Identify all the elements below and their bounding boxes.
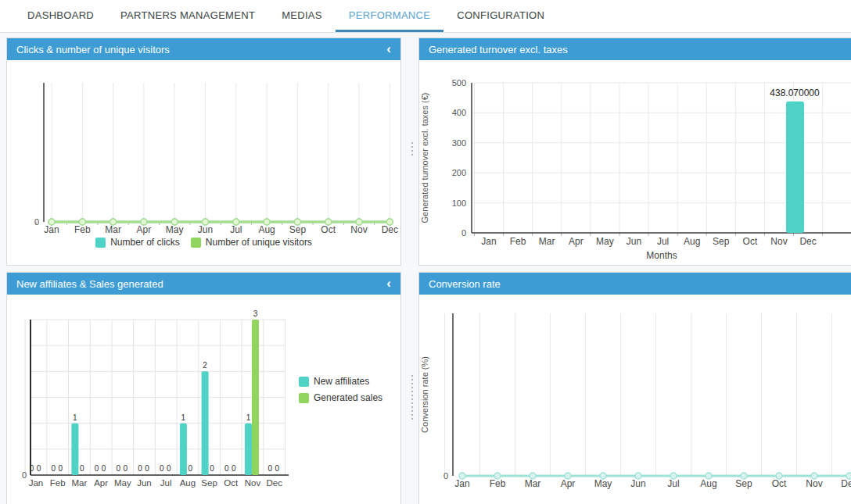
month-label: May xyxy=(114,478,131,488)
bar-value-label: 0 xyxy=(124,464,128,473)
panel-title: Generated turnover excl. taxes xyxy=(429,44,568,55)
x-axis-label: Months xyxy=(646,250,677,261)
bar-value-label: 0 xyxy=(51,464,56,473)
month-label: Jul xyxy=(160,478,172,488)
panel-resize-handle[interactable] xyxy=(410,375,415,420)
tab-performance[interactable]: PERFORMANCE xyxy=(336,0,443,32)
month-label: Jul xyxy=(667,478,679,489)
tab-medias[interactable]: MEDIAS xyxy=(268,0,336,32)
month-label: Nov xyxy=(770,236,787,247)
month-label: Feb xyxy=(510,236,526,247)
panel-clicks-visitors: Clicks & number of unique visitors ‹ 0Ja… xyxy=(6,38,401,266)
y-tick-label: 0 xyxy=(443,471,448,481)
panel-body: 000Jan00Feb10Mar00Apr00May00Jun00Jul10Au… xyxy=(7,295,400,504)
bar-value-label: 1 xyxy=(73,413,77,422)
panel-title: Conversion rate xyxy=(429,278,501,290)
y-tick-label: 500 xyxy=(452,78,466,88)
bar-value-label: 0 xyxy=(117,464,121,473)
month-label: Jan xyxy=(44,224,59,235)
month-label: May xyxy=(596,236,614,247)
month-label: Dec xyxy=(382,224,398,235)
month-label: Sep xyxy=(289,224,307,235)
legend-label: New affiliates xyxy=(314,376,369,387)
bar xyxy=(71,424,78,475)
month-label: Sep xyxy=(201,478,217,488)
month-label: Aug xyxy=(180,478,196,488)
chevron-left-icon[interactable]: ‹ xyxy=(386,277,391,290)
bar-value-label: 0 xyxy=(189,464,193,473)
bar-value-label: 0 xyxy=(37,464,41,473)
bar-value-label: 0 xyxy=(138,464,142,473)
month-label: Mar xyxy=(525,478,541,489)
panel-title: Clicks & number of unique visitors xyxy=(16,44,170,55)
nav-tabs: DASHBOARDPARTNERS MANAGEMENTMEDIASPERFOR… xyxy=(14,0,558,32)
tab-dashboard[interactable]: DASHBOARD xyxy=(14,0,107,32)
bar-value-label: 0 xyxy=(80,464,84,473)
bar xyxy=(180,424,187,475)
bar-value-label: 0 xyxy=(224,464,229,473)
panel-affiliates-sales: New affiliates & Sales generated ‹ 000Ja… xyxy=(6,272,401,504)
panel-turnover: Generated turnover excl. taxes › 0100200… xyxy=(418,38,851,266)
month-label: Jun xyxy=(630,478,645,489)
panel-body: 0JanFebMarAprMayJunJulAugSepOctNovDec Nu… xyxy=(7,60,400,265)
tab-configuration[interactable]: CONFIGURATION xyxy=(443,0,558,32)
month-label: Dec xyxy=(266,478,282,488)
turnover-chart: 0100200300400500JanFebMarAprMayJunJulAug… xyxy=(419,60,851,265)
legend-label: Generated sales xyxy=(314,392,382,403)
month-label: Jul xyxy=(230,224,242,235)
y-tick-label: 0 xyxy=(22,470,27,480)
sales-swatch xyxy=(299,393,309,403)
y-tick-label: 0 xyxy=(34,217,39,227)
bar-value-label: 0 xyxy=(58,464,63,473)
month-label: May xyxy=(594,478,612,489)
y-axis-label: Conversion rate (%) xyxy=(420,356,429,433)
month-label: Oct xyxy=(743,236,758,247)
month-label: May xyxy=(166,224,184,235)
clicks-visitors-chart: 0JanFebMarAprMayJunJulAugSepOctNovDec xyxy=(7,60,400,265)
panel-body: 0100200300400500JanFebMarAprMayJunJulAug… xyxy=(419,60,851,265)
bar-value-label: 3 xyxy=(253,309,258,318)
y-tick-label: 400 xyxy=(452,108,466,117)
panel-resize-handle[interactable] xyxy=(410,142,415,155)
bar xyxy=(245,424,252,475)
month-label: Dec xyxy=(799,236,816,247)
month-label: Sep xyxy=(713,236,730,247)
chart-legend: New affiliates Generated sales xyxy=(299,376,382,403)
legend-item: Number of clicks xyxy=(95,237,180,248)
chevron-left-icon[interactable]: ‹ xyxy=(386,42,391,55)
top-nav: DASHBOARDPARTNERS MANAGEMENTMEDIASPERFOR… xyxy=(0,0,851,33)
bar-value-label: 0 xyxy=(30,464,34,473)
month-label: Apr xyxy=(561,478,576,489)
affiliates-swatch xyxy=(299,377,309,387)
month-label: Jun xyxy=(627,236,641,247)
month-label: Aug xyxy=(258,224,275,235)
month-label: Mar xyxy=(539,236,555,247)
month-label: Jan xyxy=(454,478,469,489)
month-label: Dec xyxy=(841,478,851,489)
month-label: Aug xyxy=(684,236,700,247)
panel-header: Generated turnover excl. taxes › xyxy=(419,38,851,60)
y-tick-label: 0 xyxy=(461,228,466,238)
panel-header: New affiliates & Sales generated ‹ xyxy=(7,273,400,295)
bar-value-label: 0 xyxy=(232,464,236,473)
month-label: Oct xyxy=(772,478,787,489)
chart-legend: Number of clicks Number of unique visito… xyxy=(7,237,400,248)
month-label: Apr xyxy=(569,236,583,247)
month-label: Jan xyxy=(29,478,44,488)
bar-value-label: 0 xyxy=(145,464,149,473)
bar-value-label: 1 xyxy=(246,413,251,422)
month-label: Nov xyxy=(245,478,261,488)
month-label: Apr xyxy=(137,224,152,235)
month-label: Oct xyxy=(321,224,336,235)
tab-partners-management[interactable]: PARTNERS MANAGEMENT xyxy=(107,0,268,32)
month-label: Jul xyxy=(657,236,669,247)
bar-value-label: 0 xyxy=(275,464,279,473)
month-label: Sep xyxy=(735,478,752,489)
legend-label: Number of unique visitors xyxy=(206,237,312,248)
clicks-swatch xyxy=(95,238,106,248)
dashboard-content: Clicks & number of unique visitors ‹ 0Ja… xyxy=(0,33,851,504)
bar-value-label: 2 xyxy=(203,361,207,370)
turnover-bar xyxy=(786,102,804,233)
y-tick-label: 100 xyxy=(452,198,466,208)
visitors-swatch xyxy=(191,238,201,248)
